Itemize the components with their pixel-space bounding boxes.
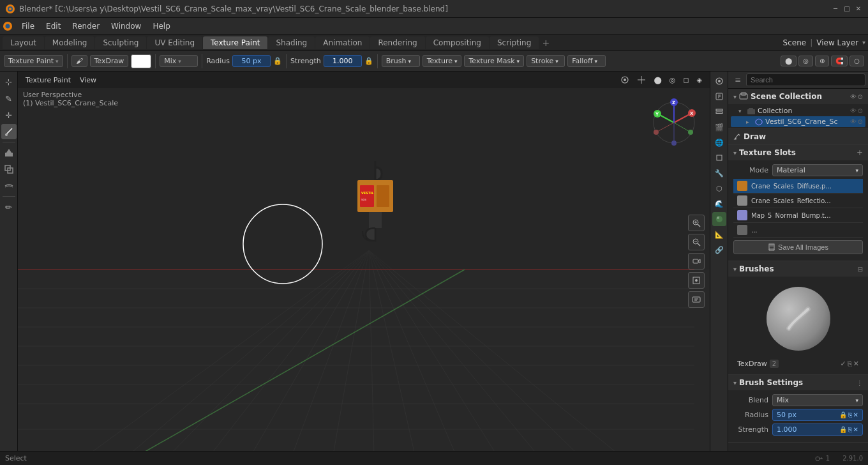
viewport-overlay-btn[interactable]	[618, 75, 632, 85]
outliner-filter-btn[interactable]: ≡	[731, 73, 745, 87]
collection-restrict-toggle[interactable]: ⊙	[858, 107, 863, 114]
menu-help[interactable]: Help	[147, 20, 175, 32]
tab-animation[interactable]: Animation	[315, 36, 370, 49]
viewport-snap[interactable]: 🧲	[831, 56, 848, 66]
viewport-view-menu[interactable]: View	[77, 75, 99, 85]
maximize-button[interactable]: □	[842, 4, 851, 13]
sc-restrict-icon[interactable]: ⊙	[858, 93, 863, 100]
props-render-btn[interactable]	[712, 74, 726, 88]
props-view-layer-btn[interactable]	[712, 105, 726, 119]
tool-pencil[interactable]: ✏	[1, 199, 17, 215]
collection-visibility-button[interactable]	[688, 291, 705, 308]
texture-item-3[interactable]: ...	[733, 223, 863, 238]
zoom-out-button[interactable]	[688, 234, 705, 250]
tool-brush[interactable]	[1, 124, 17, 139]
radius-prop-value[interactable]: 50 px 🔒 ⎘ ✕	[772, 409, 863, 421]
viewport-gizmo[interactable]: ⊕	[815, 56, 829, 66]
viewport-rendered-btn[interactable]: ◈	[694, 75, 705, 85]
props-particles-btn[interactable]: ⬡	[712, 181, 726, 195]
menu-file[interactable]: File	[17, 20, 40, 32]
radius-input[interactable]: 50 px	[232, 55, 271, 67]
add-workspace-button[interactable]: +	[539, 36, 552, 49]
radius-lock-btn[interactable]: 🔒	[839, 411, 847, 418]
tool-move[interactable]: ✛	[1, 107, 17, 123]
close-button[interactable]: ✕	[854, 4, 863, 13]
stroke-dropdown[interactable]: Stroke ▾	[527, 55, 565, 67]
texture-slots-add[interactable]: +	[857, 148, 863, 157]
frame-selected-button[interactable]	[688, 272, 705, 289]
tab-uv-editing[interactable]: UV Editing	[147, 36, 202, 49]
scene-collection-header[interactable]: ▾ Scene Collection 👁 ⊙	[728, 89, 868, 104]
mode-dropdown[interactable]: Material ▾	[772, 164, 863, 176]
viewport-gizmo-btn[interactable]	[634, 75, 648, 85]
texture-slots-header[interactable]: ▾ Texture Slots +	[728, 145, 868, 160]
brush-name-button[interactable]: TexDraw	[90, 55, 129, 67]
radius-copy-btn[interactable]: ⎘	[848, 411, 852, 418]
props-physics-btn[interactable]: 🌊	[712, 197, 726, 211]
viewport-proportional[interactable]: ○	[849, 56, 864, 66]
radius-reset-btn[interactable]: ✕	[853, 411, 858, 418]
texture-item-0[interactable]: Crane_Scales_Diffuse.p...	[733, 179, 863, 194]
props-scene-btn[interactable]: 🎬	[712, 120, 726, 134]
tab-rendering[interactable]: Rendering	[370, 36, 424, 49]
tab-compositing[interactable]: Compositing	[426, 36, 489, 49]
radius-lock-icon[interactable]: 🔒	[273, 57, 282, 65]
tool-annotate[interactable]: ✎	[1, 91, 17, 106]
props-object-btn[interactable]	[712, 151, 726, 165]
mode-dropdown[interactable]: Texture Paint ▾	[4, 55, 63, 67]
tool-cursor[interactable]: ⊹	[1, 74, 17, 89]
brush-check-icon[interactable]: ✓	[841, 360, 846, 368]
tab-sculpting[interactable]: Sculpting	[95, 36, 146, 49]
draw-header[interactable]: Draw	[728, 129, 868, 144]
strength-input[interactable]: 1.000	[324, 55, 362, 67]
brushes-expand-icon[interactable]: ⊟	[858, 266, 863, 273]
viewport-shading-solid[interactable]: ⬤	[781, 56, 797, 66]
tab-texture-paint[interactable]: Texture Paint	[203, 36, 267, 49]
blend-prop-value[interactable]: Mix ▾	[772, 394, 863, 406]
save-all-images-button[interactable]: Save All Images	[733, 240, 863, 254]
blend-dropdown[interactable]: Mix ▾	[160, 55, 198, 67]
strength-lock-btn[interactable]: 🔒	[839, 426, 847, 433]
props-modifiers-btn[interactable]: 🔧	[712, 166, 726, 180]
scene-controls-icon[interactable]: ▾	[862, 39, 865, 46]
props-output-btn[interactable]	[712, 89, 726, 103]
strength-lock-icon[interactable]: 🔒	[364, 57, 373, 65]
zoom-in-button[interactable]	[688, 215, 705, 231]
minimize-button[interactable]: ─	[831, 4, 840, 13]
tool-fill[interactable]	[1, 145, 17, 160]
sc-visibility-icon[interactable]: 👁	[850, 93, 857, 100]
tab-modeling[interactable]: Modeling	[45, 36, 95, 49]
tool-smear[interactable]	[1, 178, 17, 194]
viewport-overlay[interactable]: ◎	[798, 56, 813, 66]
obj-visibility-toggle[interactable]: 👁	[850, 118, 857, 125]
props-constraints-btn[interactable]: 🔗	[712, 243, 726, 257]
brush-copy-icon[interactable]: ⎘	[848, 360, 852, 368]
brush-preview-circle[interactable]	[767, 287, 830, 351]
texture-dropdown[interactable]: Texture ▾	[423, 55, 462, 67]
tab-shading[interactable]: Shading	[268, 36, 315, 49]
props-data-btn[interactable]: 📐	[712, 227, 726, 241]
props-material-btn[interactable]	[712, 212, 726, 226]
outliner-search-input[interactable]	[746, 73, 865, 86]
menu-edit[interactable]: Edit	[41, 20, 66, 32]
texture-mask-dropdown[interactable]: Texture Mask ▾	[464, 55, 524, 67]
brush-settings-menu-icon[interactable]: ⋮	[857, 379, 863, 386]
props-world-btn[interactable]: 🌐	[712, 135, 726, 149]
title-controls[interactable]: ─ □ ✕	[831, 4, 863, 13]
strength-prop-value[interactable]: 1.000 🔒 ⎘ ✕	[772, 423, 863, 436]
menu-window[interactable]: Window	[106, 20, 146, 32]
camera-view-button[interactable]	[688, 253, 705, 270]
viewport-solid-btn[interactable]: ◎	[667, 75, 678, 85]
obj-restrict-toggle[interactable]: ⊙	[858, 118, 863, 125]
brush-settings-header[interactable]: ▾ Brush Settings ⋮	[728, 375, 868, 390]
texture-item-2[interactable]: Map_5_Normal_Bump.t...	[733, 208, 863, 223]
collection-visibility-toggle[interactable]: 👁	[850, 107, 857, 114]
viewport[interactable]: VESTIL SC6 Texture Paint View	[18, 72, 710, 451]
collection-item[interactable]: ▾ Collection 👁 ⊙	[731, 105, 865, 116]
brush-delete-icon[interactable]: ✕	[853, 360, 859, 368]
menu-render[interactable]: Render	[67, 20, 105, 32]
brush-tool-button[interactable]: 🖌	[71, 55, 87, 67]
viewport-shading-btn[interactable]: ⬤	[651, 75, 664, 85]
strength-reset-btn[interactable]: ✕	[853, 426, 858, 433]
color-swatch[interactable]	[131, 54, 151, 68]
